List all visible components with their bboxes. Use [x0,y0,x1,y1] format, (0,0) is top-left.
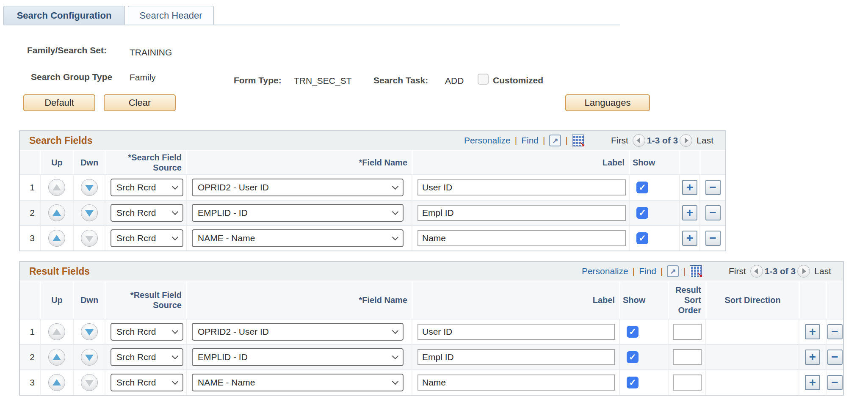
pager-next-button[interactable] [797,265,810,278]
show-checkbox[interactable]: ✓ [636,232,648,244]
result-field-source-select[interactable]: Srch Rcrd [111,348,183,366]
personalize-link[interactable]: Personalize [582,266,628,276]
languages-button[interactable]: Languages [565,94,650,111]
move-down-button[interactable] [81,349,98,366]
label-input[interactable] [417,324,615,340]
label-input[interactable] [417,230,626,246]
label-input[interactable] [417,179,626,195]
find-link[interactable]: Find [639,266,656,276]
download-to-excel-icon[interactable]: ↘ [690,265,702,277]
select-value: EMPLID - ID [198,352,248,362]
select-value: Srch Rcrd [116,208,156,218]
field-name-select[interactable]: NAME - Name [192,374,404,391]
row-number: 3 [20,370,40,395]
add-row-button[interactable]: + [682,231,697,246]
search-fields-grid-title: Search Fields [29,135,93,146]
move-down-button[interactable] [81,230,98,247]
show-checkbox[interactable]: ✓ [627,377,639,388]
row-number: 3 [20,226,40,251]
toolbar-separator: | [683,266,685,276]
default-button[interactable]: Default [23,94,95,111]
column-header-dwn: Dwn [73,281,105,319]
column-header-up: Up [40,151,73,174]
chevron-down-icon [392,328,399,334]
result-field-source-select[interactable]: Srch Rcrd [111,323,183,341]
pager-previous-button[interactable] [633,134,645,147]
sort-direction-cell [705,370,799,395]
chevron-left-icon [754,268,758,274]
result-fields-header-row: Up Dwn *Result Field Source *Field Name … [20,281,843,319]
download-to-excel-icon[interactable]: ↘ [572,135,584,146]
move-down-button[interactable] [81,179,98,196]
customized-checkbox[interactable] [478,74,489,85]
delete-row-button[interactable]: − [705,205,721,220]
field-name-select[interactable]: OPRID2 - User ID [192,323,404,341]
show-checkbox[interactable]: ✓ [627,351,639,363]
select-value: EMPLID - ID [198,208,248,218]
label-input[interactable] [417,349,615,365]
add-row-button[interactable]: + [805,350,820,365]
delete-row-button[interactable]: − [705,231,721,246]
delete-row-button[interactable]: − [705,180,721,195]
pager-previous-button[interactable] [750,265,763,278]
triangle-up-icon [53,354,61,360]
result-sort-order-input[interactable] [673,374,702,391]
result-sort-order-input[interactable] [673,324,702,340]
label-input[interactable] [417,205,626,221]
select-value: Srch Rcrd [116,233,156,243]
search-field-source-select[interactable]: Srch Rcrd [111,179,183,196]
delete-row-button[interactable]: − [827,350,843,365]
delete-row-button[interactable]: − [827,375,843,390]
column-header-show: Show [619,281,668,319]
new-window-icon[interactable]: ↗ [549,135,561,146]
result-fields-row-3: 3 Srch Rcrd NAME - Name ✓ + − [20,369,843,395]
move-up-button[interactable] [48,230,65,247]
field-name-select[interactable]: EMPLID - ID [192,348,404,366]
add-row-button[interactable]: + [805,375,820,390]
new-window-icon[interactable]: ↗ [667,265,679,277]
tab-search-header[interactable]: Search Header [128,6,214,25]
delete-row-button[interactable]: − [827,324,843,339]
result-field-source-select[interactable]: Srch Rcrd [111,374,183,391]
result-sort-order-input[interactable] [673,349,702,365]
field-name-select[interactable]: NAME - Name [192,229,404,247]
field-name-select[interactable]: EMPLID - ID [192,204,404,222]
add-row-button[interactable]: + [805,324,820,339]
search-field-source-select[interactable]: Srch Rcrd [111,229,183,247]
toolbar-separator: | [633,266,635,276]
move-down-button[interactable] [81,323,98,340]
move-down-button[interactable] [81,374,98,391]
label-input[interactable] [417,374,615,391]
field-name-select[interactable]: OPRID2 - User ID [192,179,404,196]
move-down-button[interactable] [81,204,98,221]
tab-search-configuration[interactable]: Search Configuration [3,6,125,25]
select-value: NAME - Name [198,377,255,388]
show-checkbox[interactable]: ✓ [627,326,639,338]
show-checkbox[interactable]: ✓ [636,207,648,219]
show-checkbox[interactable]: ✓ [636,182,648,193]
search-group-type-value: Family [130,72,156,83]
pager-next-button[interactable] [680,134,692,147]
chevron-down-icon [172,209,179,215]
move-up-button[interactable] [48,374,65,391]
move-up-button[interactable] [48,349,65,366]
form-type-label: Form Type: [234,75,282,85]
form-type-value: TRN_SEC_ST [294,76,352,86]
pager-count: 1-3 of 3 [765,266,796,276]
add-row-button[interactable]: + [682,205,697,220]
add-row-button[interactable]: + [682,180,697,195]
clear-button[interactable]: Clear [104,94,176,111]
chevron-down-icon [172,378,179,385]
chevron-right-icon [685,138,688,143]
search-fields-row-1: 1 Srch Rcrd OPRID2 - User ID ✓ + − [20,174,725,200]
find-link[interactable]: Find [521,135,539,146]
search-fields-grid-titlebar: Search Fields Personalize | Find | ↗ | ↘… [20,131,725,150]
move-up-button[interactable] [48,323,65,340]
search-field-source-select[interactable]: Srch Rcrd [111,204,183,222]
triangle-down-icon [85,380,94,386]
personalize-link[interactable]: Personalize [464,135,511,146]
move-up-button[interactable] [48,179,65,196]
move-up-button[interactable] [48,204,65,221]
result-fields-row-1: 1 Srch Rcrd OPRID2 - User ID ✓ + − [20,319,843,344]
search-fields-row-3: 3 Srch Rcrd NAME - Name ✓ + − [20,225,725,251]
